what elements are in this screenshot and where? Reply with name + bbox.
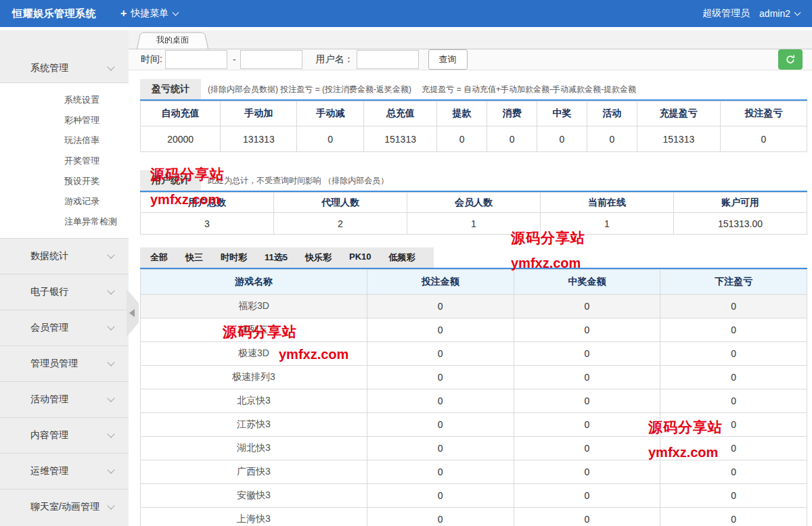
chevron-down-icon — [107, 63, 114, 70]
game-name-cell: 上海快3 — [141, 508, 367, 526]
column-header: 提款 — [437, 101, 487, 126]
chevron-down-icon — [107, 466, 114, 473]
table-cell: 0 — [514, 413, 660, 437]
game-name-cell: 极速3D — [141, 342, 367, 366]
table-cell: 151313.00 — [674, 213, 807, 235]
table-cell: 0 — [660, 508, 807, 526]
column-header: 投注盈亏 — [720, 101, 807, 126]
tab-dipincai[interactable]: 低频彩 — [380, 247, 424, 268]
username: admin2 — [759, 8, 790, 19]
sidebar-group-admins[interactable]: 管理员管理 — [0, 345, 129, 381]
page-tabstrip: 我的桌面 — [129, 30, 812, 49]
column-header: 充提盈亏 — [637, 101, 720, 126]
sidebar-item-game-records[interactable]: 游戏记录 — [0, 191, 129, 212]
table-cell: 0 — [367, 366, 514, 389]
table-cell: 0 — [660, 389, 807, 413]
game-table-header-row: 游戏名称 投注金额 中奖金额 下注盈亏 — [141, 270, 807, 295]
sidebar-group-content[interactable]: 内容管理 — [0, 417, 129, 453]
column-header: 投注金额 — [367, 270, 514, 295]
sidebar-item-play-odds[interactable]: 玩法倍率 — [0, 130, 129, 151]
sidebar-group-label: 系统管理 — [30, 62, 108, 74]
table-cell: 0 — [367, 508, 514, 526]
table-cell: 1 — [541, 213, 674, 235]
game-name-cell: 极速排列3 — [141, 366, 367, 389]
chevron-down-icon — [173, 9, 179, 16]
sidebar-group-label: 聊天室/动画管理 — [30, 501, 108, 513]
column-header: 活动 — [587, 101, 637, 126]
sidebar-group-label: 数据统计 — [30, 250, 108, 262]
game-name-cell: 湖北快3 — [141, 437, 367, 460]
table-cell: 0 — [660, 318, 807, 342]
sidebar-group-chatroom[interactable]: 聊天室/动画管理 — [0, 489, 129, 525]
game-name-cell: 江苏快3 — [141, 413, 367, 437]
app-title: 恒耀娱乐管理系统 — [12, 7, 96, 20]
table-cell: 0 — [514, 484, 660, 508]
chevron-down-icon — [107, 251, 114, 258]
column-header: 总充值 — [363, 101, 436, 126]
game-category-tabs: 全部 快三 时时彩 11选5 快乐彩 PK10 低频彩 — [140, 247, 807, 269]
column-header: 消费 — [487, 101, 537, 126]
quick-menu-button[interactable]: + 快捷菜单 — [120, 7, 178, 20]
sidebar-item-system-settings[interactable]: 系统设置 — [0, 90, 129, 110]
tab-kuaisan[interactable]: 快三 — [177, 247, 212, 268]
profit-section-note: (排除内部会员数据) 投注盈亏 = (投注消费金额-返奖金额) 充提盈亏 = 自… — [208, 84, 636, 95]
chevron-down-icon — [107, 502, 114, 509]
table-cell: 0 — [514, 460, 660, 484]
user-menu-button[interactable]: admin2 — [759, 8, 800, 19]
sidebar-group-label: 运维管理 — [30, 465, 108, 477]
user-section-header: 用户统计 此处为总计，不受查询时间影响 （排除内部会员） — [140, 170, 807, 192]
time-start-input[interactable] — [165, 50, 227, 69]
tab-shishicai[interactable]: 时时彩 — [212, 247, 256, 268]
sidebar-group-label: 活动管理 — [30, 393, 108, 406]
sidebar-group-system[interactable]: 系统管理 — [0, 30, 129, 82]
table-cell: 0 — [660, 413, 807, 437]
game-name-cell: 北京快3 — [141, 389, 367, 413]
tab-all[interactable]: 全部 — [141, 247, 177, 268]
table-cell: 0 — [367, 437, 514, 460]
sidebar-group-label: 会员管理 — [30, 322, 108, 334]
table-cell: 0 — [367, 484, 514, 508]
sidebar-item-bet-anomaly[interactable]: 注单异常检测 — [0, 212, 129, 232]
table-cell: 0 — [487, 126, 537, 152]
time-end-input[interactable] — [240, 50, 302, 69]
table-cell: 1 — [407, 213, 541, 235]
tab-11xuan5[interactable]: 11选5 — [256, 247, 296, 268]
column-header: 代理人数 — [274, 193, 407, 213]
username-input[interactable] — [357, 50, 419, 69]
sidebar-group-statistics[interactable]: 数据统计 — [0, 238, 129, 274]
game-table: 游戏名称 投注金额 中奖金额 下注盈亏 福彩3D 0 0 0 排列三 0 0 0 — [140, 269, 807, 526]
filter-bar: 时间: - 用户名： 查询 — [129, 49, 812, 70]
table-cell: 3 — [141, 213, 274, 235]
game-name-cell: 排列三 — [141, 318, 367, 342]
sidebar-group-label: 内容管理 — [30, 429, 108, 441]
table-cell: 0 — [660, 295, 807, 318]
table-cell: 151313 — [363, 126, 436, 152]
table-cell: 0 — [437, 126, 487, 152]
refresh-button[interactable] — [778, 49, 803, 70]
table-row: 江苏快3 0 0 0 — [141, 413, 807, 437]
tab-my-desktop[interactable]: 我的桌面 — [137, 30, 208, 49]
table-row: 湖北快3 0 0 0 — [141, 437, 807, 460]
sidebar-group-activities[interactable]: 活动管理 — [0, 381, 129, 417]
table-row: 北京快3 0 0 0 — [141, 389, 807, 413]
sidebar-group-members[interactable]: 会员管理 — [0, 310, 129, 345]
table-cell: 0 — [660, 437, 807, 460]
sidebar-item-preset-draw[interactable]: 预设开奖 — [0, 171, 129, 191]
sidebar-item-lottery-manage[interactable]: 彩种管理 — [0, 110, 129, 130]
sidebar-item-draw-manage[interactable]: 开奖管理 — [0, 151, 129, 171]
sidebar-group-label: 管理员管理 — [30, 358, 108, 370]
table-row: 极速3D 0 0 0 — [141, 342, 807, 366]
profit-section-header: 盈亏统计 (排除内部会员数据) 投注盈亏 = (投注消费金额-返奖金额) 充提盈… — [140, 79, 807, 101]
sidebar-group-ebank[interactable]: 电子银行 — [0, 274, 129, 310]
query-button[interactable]: 查询 — [428, 49, 468, 70]
tab-kuailecai[interactable]: 快乐彩 — [296, 247, 340, 268]
column-header: 中奖 — [537, 101, 587, 126]
table-cell: 0 — [514, 342, 660, 366]
sidebar-group-ops[interactable]: 运维管理 — [0, 453, 129, 489]
table-cell: 0 — [660, 366, 807, 389]
sidebar-submenu-system: 系统设置 彩种管理 玩法倍率 开奖管理 预设开奖 游戏记录 注单异常检测 — [0, 82, 129, 238]
tab-pk10[interactable]: PK10 — [340, 247, 380, 268]
refresh-icon — [785, 54, 796, 65]
table-cell: 0 — [514, 389, 660, 413]
game-name-cell: 广西快3 — [141, 460, 367, 484]
